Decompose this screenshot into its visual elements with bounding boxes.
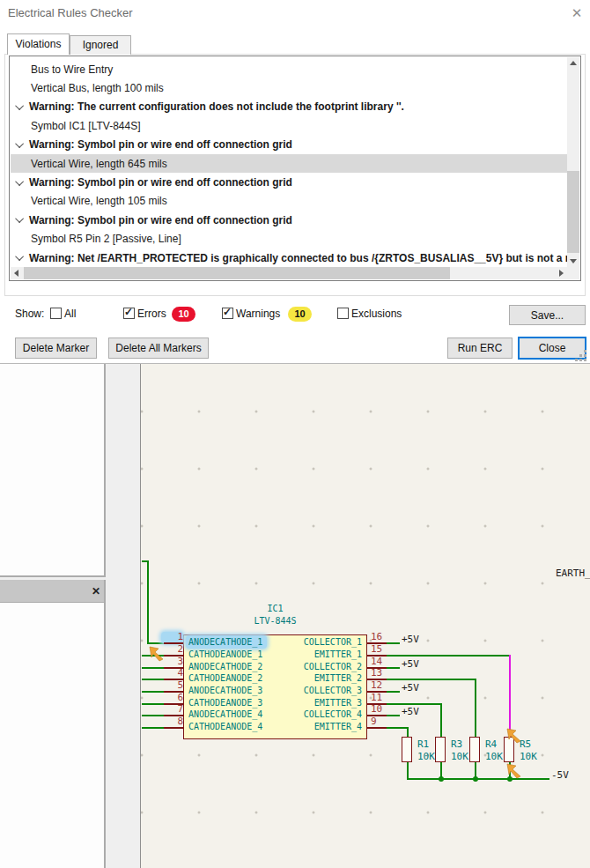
resistor-ref[interactable]: R1 xyxy=(417,739,429,750)
expand-chevron-icon[interactable] xyxy=(15,139,24,148)
power-label[interactable]: +5V xyxy=(402,659,419,669)
pin-name[interactable]: CATHODEANODE_1 xyxy=(188,649,262,660)
ic-reference[interactable]: IC1 xyxy=(183,604,367,613)
pin-name[interactable]: EMITTER_3 xyxy=(314,698,362,708)
pin-name[interactable]: CATHODEANODE_2 xyxy=(188,673,262,684)
scroll-down-arrow-icon[interactable] xyxy=(567,255,579,267)
checkbox-all[interactable] xyxy=(50,308,62,319)
resistor-value[interactable]: 10K xyxy=(485,752,503,762)
pin-number[interactable]: 12 xyxy=(371,680,392,690)
pin-name[interactable]: EMITTER_4 xyxy=(314,722,362,732)
expand-chevron-icon[interactable] xyxy=(15,101,24,110)
panel-close-icon[interactable]: ✕ xyxy=(88,583,104,599)
power-label[interactable]: +5V xyxy=(402,707,419,716)
pin-number[interactable]: 1 xyxy=(162,632,183,642)
violation-text: Symbol IC1 [LTV-844S] xyxy=(31,120,141,132)
resistor-symbol[interactable] xyxy=(469,737,480,762)
violation-row[interactable]: Vertical Wire, length 105 mils xyxy=(11,192,567,211)
pin-name[interactable]: CATHODEANODE_3 xyxy=(188,698,262,708)
pin-number[interactable]: 9 xyxy=(371,716,392,726)
checkbox-warnings[interactable]: ✓ xyxy=(222,308,233,319)
violation-row[interactable]: Warning: The current configuration does … xyxy=(11,98,567,116)
erc-warning-marker-icon[interactable] xyxy=(506,763,522,779)
wire-segment xyxy=(387,727,409,729)
delete-marker-button[interactable]: Delete Marker xyxy=(15,338,97,359)
save-button[interactable]: Save... xyxy=(509,305,586,325)
resistor-value[interactable]: 10K xyxy=(417,752,435,762)
pin-number[interactable]: 11 xyxy=(371,693,392,702)
checkbox-exclusions[interactable] xyxy=(337,308,349,319)
run-erc-button[interactable]: Run ERC xyxy=(447,338,513,359)
vertical-scroll-thumb[interactable] xyxy=(567,171,579,253)
violation-row[interactable]: Warning: Net /EARTH_PROTECTED is graphic… xyxy=(11,249,567,267)
pin-number[interactable]: 14 xyxy=(371,657,392,666)
expand-chevron-icon[interactable] xyxy=(15,214,24,223)
power-label-neg5v[interactable]: -5V xyxy=(551,770,569,780)
scroll-right-arrow-icon[interactable] xyxy=(555,267,567,279)
erc-warning-marker-icon[interactable] xyxy=(506,728,522,744)
pin-name[interactable]: ANODECATHODE_2 xyxy=(188,662,262,672)
horizontal-scroll-thumb[interactable] xyxy=(24,267,450,279)
resistor-ref[interactable]: R3 xyxy=(451,739,462,750)
pin-number[interactable]: 8 xyxy=(162,716,183,726)
dialog-titlebar[interactable]: Electrical Rules Checker ✕ xyxy=(0,0,590,26)
count-badge: 10 xyxy=(288,307,312,322)
pin-name[interactable]: COLLECTOR_1 xyxy=(304,637,362,648)
pin-number[interactable]: 16 xyxy=(371,632,392,642)
pin-number[interactable]: 4 xyxy=(162,668,183,678)
erc-warning-marker-icon[interactable] xyxy=(149,646,165,662)
pin-number[interactable]: 10 xyxy=(371,704,392,714)
pin-name[interactable]: ANODECATHODE_3 xyxy=(188,686,262,696)
wire-segment xyxy=(407,778,549,780)
resistor-symbol[interactable] xyxy=(402,737,412,762)
scroll-up-arrow-icon[interactable] xyxy=(567,57,579,70)
checkbox-errors[interactable]: ✓ xyxy=(123,308,135,319)
pin-number[interactable]: 6 xyxy=(162,693,183,702)
violation-row[interactable]: Vertical Wire, length 645 mils xyxy=(11,154,567,173)
tab-ignored-tests[interactable]: Ignored Tests (4) xyxy=(70,35,131,55)
power-label[interactable]: +5V xyxy=(402,683,419,693)
pin-number[interactable]: 5 xyxy=(162,680,183,690)
tab-violations[interactable]: Violations (20) xyxy=(7,33,70,55)
schematic-canvas[interactable]: IC1 LTV-844S EARTH_P 1ANODECATHODE_12CAT… xyxy=(140,364,590,868)
ic-value[interactable]: LTV-844S xyxy=(183,616,367,626)
net-label-earth[interactable]: EARTH_P xyxy=(556,568,590,579)
pin-name[interactable]: EMITTER_2 xyxy=(314,673,362,684)
pin-number[interactable]: 13 xyxy=(371,668,392,678)
resistor-ref[interactable]: R4 xyxy=(485,739,497,750)
pin-name[interactable]: EMITTER_1 xyxy=(314,649,362,660)
pin-number[interactable]: 2 xyxy=(162,644,183,654)
violation-row[interactable]: Vertical Bus, length 100 mils xyxy=(11,78,567,97)
pin-number[interactable]: 7 xyxy=(162,704,183,714)
pin-name[interactable]: ANODECATHODE_4 xyxy=(188,709,262,720)
resistor-value[interactable]: 10K xyxy=(451,752,468,762)
violation-row[interactable]: Bus to Wire Entry xyxy=(11,60,567,78)
expand-chevron-icon[interactable] xyxy=(15,177,24,186)
vertical-scrollbar[interactable] xyxy=(567,57,579,267)
resistor-value[interactable]: 10K xyxy=(520,752,537,762)
resistor-symbol[interactable] xyxy=(435,737,446,762)
violation-row[interactable]: Warning: Symbol pin or wire end off conn… xyxy=(11,211,567,229)
horizontal-scrollbar[interactable] xyxy=(11,267,567,279)
resize-grip-icon[interactable] xyxy=(575,350,587,361)
pin-name[interactable]: COLLECTOR_4 xyxy=(304,709,362,720)
violation-row[interactable]: Warning: Symbol pin or wire end off conn… xyxy=(11,173,567,191)
pin-name[interactable]: COLLECTOR_3 xyxy=(304,686,362,696)
filter-label: Errors xyxy=(137,308,166,320)
pin-number[interactable]: 15 xyxy=(371,644,392,654)
delete-all-markers-button[interactable]: Delete All Markers xyxy=(108,338,209,359)
violations-listbox: Bus to Wire EntryVertical Bus, length 10… xyxy=(9,56,581,281)
dialog-close-icon[interactable]: ✕ xyxy=(566,3,587,24)
pin-number[interactable]: 3 xyxy=(162,657,183,666)
pin-name[interactable]: ANODECATHODE_1 xyxy=(188,637,262,648)
pin-name[interactable]: CATHODEANODE_4 xyxy=(188,722,262,732)
violation-row[interactable]: Symbol IC1 [LTV-844S] xyxy=(11,116,567,135)
pin-name[interactable]: COLLECTOR_2 xyxy=(304,662,362,672)
violation-text: Warning: Symbol pin or wire end off conn… xyxy=(29,176,292,189)
violation-row[interactable]: Warning: Symbol pin or wire end off conn… xyxy=(11,136,567,154)
expand-chevron-icon[interactable] xyxy=(15,252,24,261)
violation-row[interactable]: Symbol R5 Pin 2 [Passive, Line] xyxy=(11,230,567,249)
scroll-left-arrow-icon[interactable] xyxy=(11,267,23,279)
violation-text: Warning: Net /EARTH_PROTECTED is graphic… xyxy=(29,252,567,264)
power-label[interactable]: +5V xyxy=(402,634,419,644)
